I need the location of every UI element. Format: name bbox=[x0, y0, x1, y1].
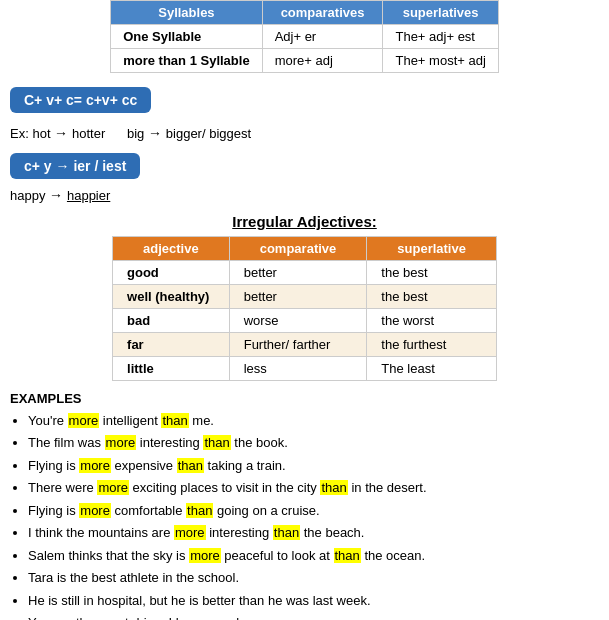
table-row: more+ adj bbox=[262, 49, 383, 73]
table-row: One Syllable bbox=[111, 25, 262, 49]
big-word: big bbox=[127, 126, 144, 141]
happy-line: happy → happier bbox=[10, 187, 599, 203]
highlight-word: than bbox=[161, 413, 188, 428]
happy-word: happy bbox=[10, 188, 45, 203]
irreg-table-cell: less bbox=[229, 357, 367, 381]
highlight-word: than bbox=[320, 480, 347, 495]
page-wrapper: Syllables comparatives superlatives One … bbox=[0, 0, 609, 620]
list-item: The film was more interesting than the b… bbox=[28, 432, 599, 453]
highlight-word: than bbox=[203, 435, 230, 450]
table-row: Adj+ er bbox=[262, 25, 383, 49]
highlight-word: more bbox=[174, 525, 206, 540]
irreg-table-cell: Further/ farther bbox=[229, 333, 367, 357]
syllables-table: Syllables comparatives superlatives One … bbox=[110, 0, 499, 73]
list-item: Flying is more comfortable than going on… bbox=[28, 500, 599, 521]
hot-arrow: → bbox=[54, 125, 72, 141]
highlight-word: more bbox=[97, 480, 129, 495]
hot-word: hot bbox=[32, 126, 54, 141]
highlight-word: more bbox=[105, 435, 137, 450]
irreg-table-cell: the best bbox=[367, 261, 497, 285]
hot-big-examples: Ex: hot → hotter big → bigger/ biggest bbox=[10, 125, 599, 141]
ier-iest-box-wrapper: c+ y → ier / iest bbox=[10, 149, 599, 185]
irreg-col-adjective: adjective bbox=[113, 237, 230, 261]
highlight-word: than bbox=[177, 458, 204, 473]
highlight-word: more bbox=[189, 548, 221, 563]
table-row: The+ adj+ est bbox=[383, 25, 498, 49]
hotter-word: hotter bbox=[72, 126, 109, 141]
ier-iest-label: c+ y → ier / iest bbox=[10, 153, 140, 179]
col-superlatives: superlatives bbox=[383, 1, 498, 25]
happier-word: happier bbox=[67, 188, 110, 203]
irreg-table-cell: little bbox=[113, 357, 230, 381]
bigger-biggest: bigger/ biggest bbox=[166, 126, 251, 141]
irreg-table-cell: good bbox=[113, 261, 230, 285]
col-syllables: Syllables bbox=[111, 1, 262, 25]
highlight-word: than bbox=[334, 548, 361, 563]
list-item: There were more exciting places to visit… bbox=[28, 477, 599, 498]
top-table-wrapper: Syllables comparatives superlatives One … bbox=[10, 0, 599, 73]
irreg-table-cell: the best bbox=[367, 285, 497, 309]
examples-title: EXAMPLES bbox=[10, 391, 599, 406]
list-item: Tara is the best athlete in the school. bbox=[28, 567, 599, 588]
irreg-table-cell: worse bbox=[229, 309, 367, 333]
cvcc-box: C+ v+ c= c+v+ cc bbox=[10, 81, 599, 121]
ex-label: Ex: bbox=[10, 126, 29, 141]
irreg-table-cell: far bbox=[113, 333, 230, 357]
table-row: more than 1 Syllable bbox=[111, 49, 262, 73]
highlight-word: more bbox=[68, 413, 100, 428]
list-item: I think the mountains are more interesti… bbox=[28, 522, 599, 543]
irreg-table-cell: well (healthy) bbox=[113, 285, 230, 309]
col-comparatives: comparatives bbox=[262, 1, 383, 25]
irreg-col-comparative: comparative bbox=[229, 237, 367, 261]
irreg-table-cell: the worst bbox=[367, 309, 497, 333]
irregular-table-wrapper: adjective comparative superlative goodbe… bbox=[10, 236, 599, 381]
highlight-word: more bbox=[79, 503, 111, 518]
highlight-word: than bbox=[186, 503, 213, 518]
table-row: The+ most+ adj bbox=[383, 49, 498, 73]
list-item: Salem thinks that the sky is more peacef… bbox=[28, 545, 599, 566]
highlight-word: than bbox=[273, 525, 300, 540]
list-item: You are the worst driver I have ever kno… bbox=[28, 612, 599, 620]
irreg-table-cell: the furthest bbox=[367, 333, 497, 357]
irreg-col-superlative: superlative bbox=[367, 237, 497, 261]
irreg-table-cell: The least bbox=[367, 357, 497, 381]
happy-arrow: → bbox=[49, 187, 67, 203]
examples-list: You're more intelligent than me.The film… bbox=[10, 410, 599, 620]
list-item: Flying is more expensive than taking a t… bbox=[28, 455, 599, 476]
list-item: He is still in hospital, but he is bette… bbox=[28, 590, 599, 611]
irreg-table-cell: bad bbox=[113, 309, 230, 333]
irreg-table-cell: better bbox=[229, 285, 367, 309]
irregular-table: adjective comparative superlative goodbe… bbox=[112, 236, 497, 381]
highlight-word: more bbox=[79, 458, 111, 473]
irreg-table-cell: better bbox=[229, 261, 367, 285]
cvcc-label: C+ v+ c= c+v+ cc bbox=[10, 87, 151, 113]
irregular-heading: Irregular Adjectives: bbox=[10, 213, 599, 230]
list-item: You're more intelligent than me. bbox=[28, 410, 599, 431]
big-arrow: → bbox=[148, 125, 166, 141]
